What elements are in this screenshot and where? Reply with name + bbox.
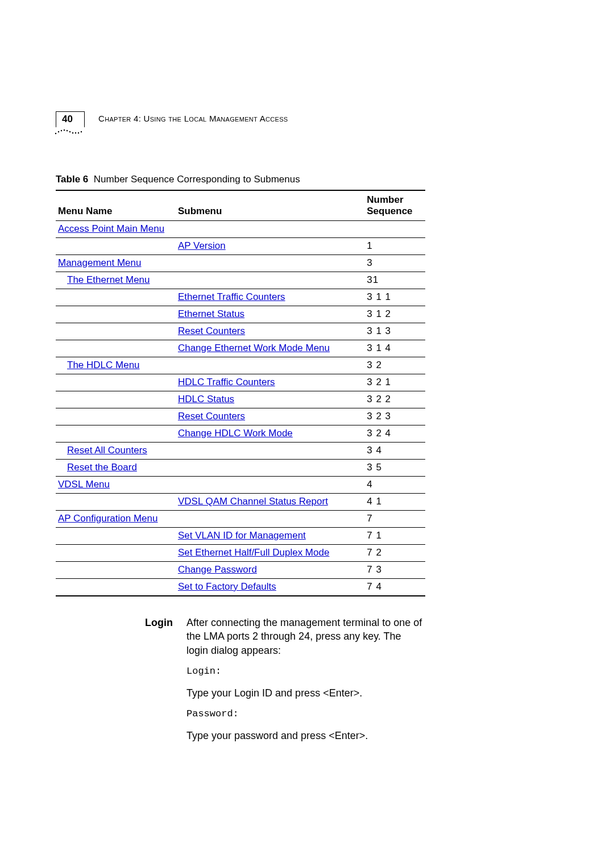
menu-link[interactable]: Management Menu bbox=[58, 257, 141, 268]
submenu-link[interactable]: Set to Factory Defaults bbox=[178, 581, 276, 592]
cell-sequence: 3 bbox=[364, 255, 425, 272]
cell-submenu bbox=[176, 272, 364, 289]
cell-menu-name: Reset the Board bbox=[56, 460, 176, 477]
cell-submenu: HDLC Traffic Counters bbox=[176, 374, 364, 391]
submenu-link[interactable]: VDSL QAM Channel Status Report bbox=[178, 496, 328, 507]
table-row: VDSL Menu4 bbox=[56, 477, 425, 494]
submenu-link[interactable]: Set VLAN ID for Management bbox=[178, 530, 306, 541]
col-number-sequence: NumberSequence bbox=[364, 190, 425, 221]
table-row: AP Version1 bbox=[56, 238, 425, 255]
paragraph: Type your password and press <Enter>. bbox=[186, 729, 425, 742]
menu-link[interactable]: Access Point Main Menu bbox=[58, 223, 164, 234]
svg-point-0 bbox=[55, 133, 56, 134]
cell-sequence: 7 1 bbox=[364, 528, 425, 545]
cell-sequence: 3 2 bbox=[364, 357, 425, 374]
cell-menu-name: AP Configuration Menu bbox=[56, 511, 176, 528]
cell-sequence: 3 2 2 bbox=[364, 391, 425, 408]
submenu-link[interactable]: HDLC Status bbox=[178, 394, 234, 404]
cell-submenu: Set VLAN ID for Management bbox=[176, 528, 364, 545]
submenu-link[interactable]: HDLC Traffic Counters bbox=[178, 377, 275, 387]
cell-menu-name bbox=[56, 545, 176, 562]
submenu-link[interactable]: Ethernet Traffic Counters bbox=[178, 291, 285, 302]
cell-submenu: VDSL QAM Channel Status Report bbox=[176, 494, 364, 511]
cell-menu-name bbox=[56, 494, 176, 511]
table-number: Table 6 bbox=[56, 174, 88, 185]
section-heading-login: Login bbox=[56, 616, 186, 750]
table-row: Reset All Counters3 4 bbox=[56, 443, 425, 460]
cell-sequence: 7 4 bbox=[364, 579, 425, 596]
svg-point-9 bbox=[81, 131, 82, 132]
cell-sequence: 1 bbox=[364, 238, 425, 255]
cell-sequence: 3 1 2 bbox=[364, 306, 425, 323]
submenu-link[interactable]: Change HDLC Work Mode bbox=[178, 428, 293, 439]
menu-link[interactable]: AP Configuration Menu bbox=[58, 513, 157, 524]
cell-menu-name bbox=[56, 425, 176, 443]
menu-link[interactable]: VDSL Menu bbox=[58, 479, 110, 490]
cell-submenu: Change HDLC Work Mode bbox=[176, 425, 364, 443]
cell-submenu: Reset Counters bbox=[176, 408, 364, 425]
table-row: Reset the Board3 5 bbox=[56, 460, 425, 477]
document-page: 40 Chapter 4: Using the Local Management… bbox=[56, 111, 425, 750]
submenu-link[interactable]: Reset Counters bbox=[178, 411, 245, 422]
table-row: Change Ethernet Work Mode Menu3 1 4 bbox=[56, 340, 425, 357]
cell-menu-name: The Ethernet Menu bbox=[56, 272, 176, 289]
cell-sequence: 3 4 bbox=[364, 443, 425, 460]
cell-menu-name bbox=[56, 528, 176, 545]
cell-menu-name bbox=[56, 340, 176, 357]
submenu-link[interactable]: Change Password bbox=[178, 564, 257, 575]
cell-menu-name bbox=[56, 579, 176, 596]
cell-sequence: 7 2 bbox=[364, 545, 425, 562]
cell-submenu bbox=[176, 357, 364, 374]
svg-point-3 bbox=[64, 130, 65, 131]
cell-submenu: Set Ethernet Half/Full Duplex Mode bbox=[176, 545, 364, 562]
page-header: 40 Chapter 4: Using the Local Management… bbox=[56, 111, 425, 137]
cell-menu-name bbox=[56, 238, 176, 255]
menu-link[interactable]: The Ethernet Menu bbox=[58, 274, 150, 286]
cell-menu-name bbox=[56, 562, 176, 579]
table-row: Reset Counters3 2 3 bbox=[56, 408, 425, 425]
table-row: VDSL QAM Channel Status Report4 1 bbox=[56, 494, 425, 511]
paragraph: After connecting the management terminal… bbox=[186, 616, 425, 657]
table-row: AP Configuration Menu7 bbox=[56, 511, 425, 528]
chapter-title: Chapter 4: Using the Local Management Ac… bbox=[98, 114, 288, 123]
svg-point-8 bbox=[78, 132, 79, 133]
submenu-link[interactable]: Change Ethernet Work Mode Menu bbox=[178, 343, 330, 353]
cell-submenu bbox=[176, 255, 364, 272]
submenu-link[interactable]: AP Version bbox=[178, 240, 226, 251]
menu-link[interactable]: Reset the Board bbox=[58, 462, 137, 473]
table-header-row: Menu Name Submenu NumberSequence bbox=[56, 190, 425, 221]
cell-sequence: 3 1 3 bbox=[364, 323, 425, 340]
paragraph: Type your Login ID and press <Enter>. bbox=[186, 686, 425, 700]
cell-sequence: 4 bbox=[364, 477, 425, 494]
cell-menu-name: VDSL Menu bbox=[56, 477, 176, 494]
table-row: HDLC Traffic Counters3 2 1 bbox=[56, 374, 425, 391]
table-row: Reset Counters3 1 3 bbox=[56, 323, 425, 340]
cell-submenu bbox=[176, 477, 364, 494]
submenu-link[interactable]: Reset Counters bbox=[178, 326, 245, 336]
login-section: Login After connecting the management te… bbox=[56, 616, 425, 750]
cell-menu-name: Access Point Main Menu bbox=[56, 221, 176, 238]
table-row: Ethernet Status3 1 2 bbox=[56, 306, 425, 323]
cell-sequence: 4 1 bbox=[364, 494, 425, 511]
menu-link[interactable]: Reset All Counters bbox=[58, 445, 147, 456]
cell-submenu bbox=[176, 221, 364, 238]
submenu-link[interactable]: Ethernet Status bbox=[178, 308, 244, 319]
table-row: The Ethernet Menu31 bbox=[56, 272, 425, 289]
menu-link[interactable]: The HDLC Menu bbox=[58, 360, 140, 371]
col-menu-name: Menu Name bbox=[56, 190, 176, 221]
cell-menu-name bbox=[56, 408, 176, 425]
cell-menu-name bbox=[56, 289, 176, 306]
cell-sequence: 3 5 bbox=[364, 460, 425, 477]
table-row: Change HDLC Work Mode3 2 4 bbox=[56, 425, 425, 443]
cell-menu-name bbox=[56, 323, 176, 340]
table-row: Set to Factory Defaults7 4 bbox=[56, 579, 425, 596]
table-row: Management Menu3 bbox=[56, 255, 425, 272]
cell-sequence: 3 2 3 bbox=[364, 408, 425, 425]
cell-submenu: HDLC Status bbox=[176, 391, 364, 408]
submenu-link[interactable]: Set Ethernet Half/Full Duplex Mode bbox=[178, 547, 329, 558]
cell-menu-name bbox=[56, 391, 176, 408]
cell-submenu: Set to Factory Defaults bbox=[176, 579, 364, 596]
cell-sequence: 3 1 4 bbox=[364, 340, 425, 357]
cell-menu-name: Management Menu bbox=[56, 255, 176, 272]
cell-sequence: 31 bbox=[364, 272, 425, 289]
